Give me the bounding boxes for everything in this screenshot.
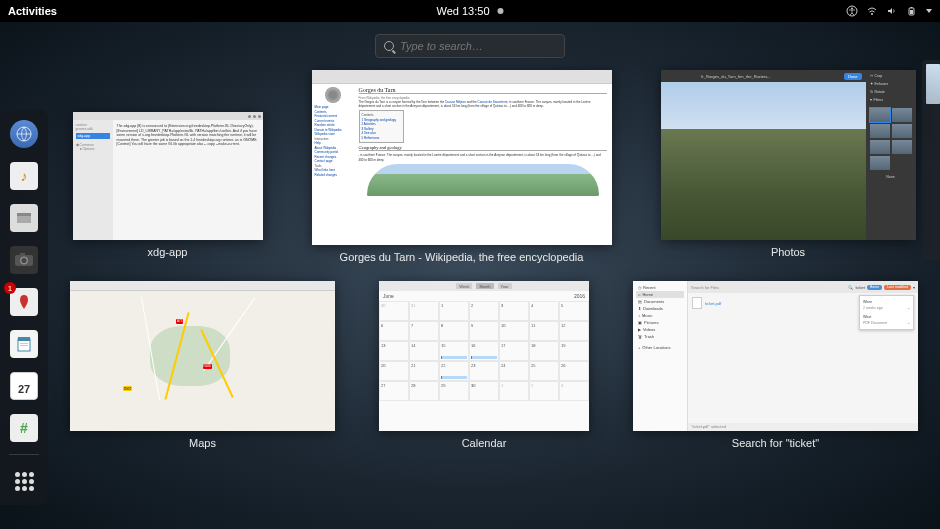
window-photos[interactable]: fr_Gorges_du_Tarn_frm_the_Roziers...Done…	[661, 70, 916, 263]
window-wikipedia[interactable]: Main page Contents Featured content Curr…	[312, 70, 612, 263]
dash-app-files[interactable]	[6, 200, 42, 236]
window-thumbnail[interactable]: Week Month Year June2016 303112345 67891…	[379, 281, 589, 431]
calendar-event[interactable]	[471, 356, 497, 359]
window-calendar[interactable]: Week Month Year June2016 303112345 67891…	[379, 281, 589, 449]
filter-popover[interactable]: When 2 weeks ago⌄ What PDF Document⌄	[859, 295, 914, 330]
system-status-area[interactable]	[846, 5, 932, 17]
route-shield: A75	[176, 319, 183, 324]
modified-chip[interactable]: Last modified	[884, 285, 911, 290]
battery-icon[interactable]	[906, 5, 918, 17]
sidebar-other[interactable]: + Other Locations	[636, 344, 684, 351]
panorama-image	[367, 164, 599, 196]
headerbar: Search for Files 🔍 ticket Home Last modi…	[688, 281, 918, 293]
sidebar-recent[interactable]: ◷ Recent	[636, 284, 684, 291]
done-button[interactable]: Done	[844, 73, 862, 80]
wiki-nav: Main page Contents Featured content Curr…	[312, 84, 354, 245]
filter-thumb[interactable]	[870, 124, 890, 138]
caret-down-icon[interactable]	[926, 9, 932, 13]
filter-thumb[interactable]	[870, 156, 890, 170]
route-shield: N106	[203, 364, 212, 369]
status-bar: "ticket.pdf" selected	[688, 423, 918, 431]
filter-thumb[interactable]	[870, 108, 890, 122]
park-area	[150, 326, 230, 386]
year-label: 2016	[574, 293, 585, 299]
filter-thumb[interactable]	[892, 124, 912, 138]
wifi-icon[interactable]	[866, 5, 878, 17]
sidebar-selected: xdg-app	[76, 133, 110, 139]
sidebar-music[interactable]: ♪ Music	[636, 312, 684, 319]
dash-app-todo[interactable]	[6, 326, 42, 362]
edit-panel: ✂ Crop ✦ Enhance ↻ Rotate ▾ Filters None	[866, 70, 916, 240]
window-label: Search for "ticket"	[732, 437, 819, 449]
view-week[interactable]: Week	[456, 283, 472, 289]
headerbar: Week Month Year	[379, 281, 589, 291]
calendar-event[interactable]	[441, 356, 467, 359]
location-chip[interactable]: Home	[867, 285, 882, 290]
dash-app-photos[interactable]	[6, 242, 42, 278]
headerbar: fr_Gorges_du_Tarn_frm_the_Roziers...Done	[661, 70, 866, 82]
sidebar: runtime gnome-sdk xdg-app ◆ Common ▸ Opt…	[73, 120, 113, 240]
route-shield: D907	[123, 386, 132, 391]
calendar-day-label: 27	[18, 379, 30, 399]
sidebar-home[interactable]: ⌂ Home	[636, 291, 684, 298]
clock[interactable]: Wed 13:50	[436, 5, 503, 17]
filters-tool[interactable]: ▾ Filters	[869, 97, 913, 103]
svg-rect-12	[20, 253, 25, 256]
dash-app-calendar[interactable]: 27	[6, 368, 42, 404]
sidebar-videos[interactable]: ▶ Videos	[636, 326, 684, 333]
text-content: The xdg-app (8) is announced to (Extensi…	[113, 120, 263, 240]
sidebar-downloads[interactable]: ⬇ Downloads	[636, 305, 684, 312]
window-picker: runtime gnome-sdk xdg-app ◆ Common ▸ Opt…	[58, 70, 930, 519]
wikipedia-logo-icon	[325, 87, 341, 103]
svg-rect-7	[17, 215, 31, 223]
svg-rect-16	[20, 345, 28, 346]
grid-icon	[15, 472, 34, 491]
dash-app-rhythmbox[interactable]: ♪	[6, 158, 42, 194]
search-input[interactable]	[400, 40, 556, 52]
overview-search[interactable]	[375, 34, 565, 58]
window-label: xdg-app	[148, 246, 188, 258]
calendar-event[interactable]	[441, 376, 467, 379]
window-xdg-app[interactable]: runtime gnome-sdk xdg-app ◆ Common ▸ Opt…	[73, 70, 263, 263]
accessibility-icon[interactable]	[846, 5, 858, 17]
svg-point-2	[871, 13, 873, 15]
window-thumbnail[interactable]: runtime gnome-sdk xdg-app ◆ Common ▸ Opt…	[73, 112, 263, 240]
dash-app-polari[interactable]: #	[6, 410, 42, 446]
window-thumbnail[interactable]: fr_Gorges_du_Tarn_frm_the_Roziers...Done…	[661, 70, 916, 240]
show-applications-button[interactable]	[6, 463, 42, 499]
window-files-search[interactable]: ◷ Recent ⌂ Home ▤ Documents ⬇ Downloads …	[633, 281, 918, 449]
month-label: June	[383, 293, 394, 299]
filter-thumb[interactable]	[892, 140, 912, 154]
window-thumbnail[interactable]: Main page Contents Featured content Curr…	[312, 70, 612, 245]
calendar-grid[interactable]: 303112345 6789101112 13141516171819 2021…	[379, 301, 589, 401]
dropdown-icon[interactable]: ▾	[913, 285, 915, 290]
recording-indicator-icon	[498, 8, 504, 14]
view-year[interactable]: Year	[498, 283, 512, 289]
dash-app-maps[interactable]: 1	[6, 284, 42, 320]
view-month[interactable]: Month	[476, 283, 493, 289]
file-icon	[692, 297, 702, 309]
sidebar-trash[interactable]: 🗑 Trash	[636, 333, 684, 340]
window-maps[interactable]: A75 N106 D907 Maps	[70, 281, 335, 449]
filter-thumb[interactable]	[870, 140, 890, 154]
filter-thumb[interactable]	[892, 108, 912, 122]
svg-point-11	[22, 258, 27, 263]
browser-chrome	[312, 70, 612, 84]
window-label: Maps	[189, 437, 216, 449]
window-thumbnail[interactable]: A75 N106 D907	[70, 281, 335, 431]
window-thumbnail[interactable]: ◷ Recent ⌂ Home ▤ Documents ⬇ Downloads …	[633, 281, 918, 431]
photo-viewport: fr_Gorges_du_Tarn_frm_the_Roziers...Done	[661, 70, 866, 240]
svg-rect-5	[910, 10, 913, 14]
sidebar-documents[interactable]: ▤ Documents	[636, 298, 684, 305]
titlebar	[73, 112, 263, 120]
dash-app-web[interactable]	[6, 116, 42, 152]
svg-rect-8	[17, 213, 31, 216]
enhance-tool[interactable]: ✦ Enhance	[869, 81, 913, 87]
crop-tool[interactable]: ✂ Crop	[869, 73, 913, 79]
dash-separator	[9, 454, 39, 455]
sidebar-pictures[interactable]: ▣ Pictures	[636, 319, 684, 326]
rotate-tool[interactable]: ↻ Rotate	[869, 89, 913, 95]
search-query: ticket	[855, 285, 864, 290]
activities-button[interactable]: Activities	[8, 5, 57, 17]
volume-icon[interactable]	[886, 5, 898, 17]
